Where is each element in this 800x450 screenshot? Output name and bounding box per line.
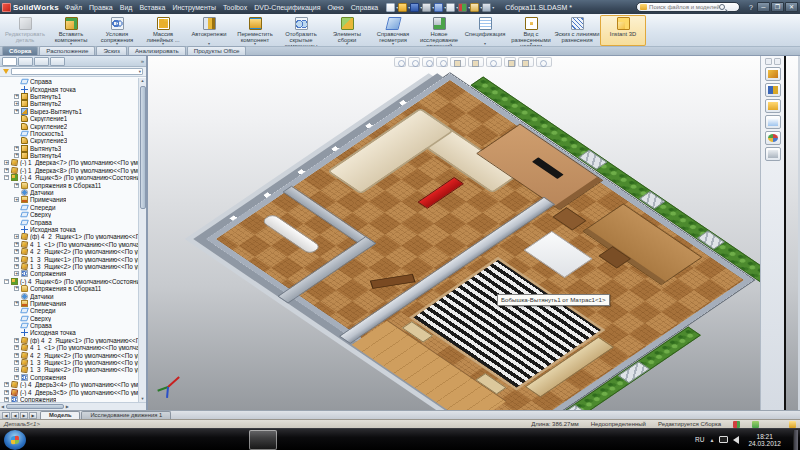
menu-item[interactable]: Файл xyxy=(65,4,82,11)
last-tab-icon[interactable]: ▶ xyxy=(29,412,37,419)
configurationmanager-tab[interactable] xyxy=(34,57,49,66)
expand-toggle-icon[interactable] xyxy=(13,300,20,307)
custom-properties-icon[interactable] xyxy=(765,147,781,161)
previous-view-icon[interactable] xyxy=(422,57,434,67)
bom-button[interactable]: Спецификация xyxy=(462,15,508,46)
expand-toggle-icon[interactable] xyxy=(13,182,20,189)
zoom-fit-icon[interactable] xyxy=(394,57,406,67)
expand-toggle-icon[interactable] xyxy=(13,285,20,292)
tree-item[interactable]: Спереди xyxy=(0,307,146,314)
panel-expand-chevron[interactable]: » xyxy=(141,58,144,64)
hide-show-items-icon[interactable] xyxy=(486,57,502,67)
tree-item[interactable]: Вырез-Вытянуть1 xyxy=(0,108,146,115)
expand-toggle-icon[interactable] xyxy=(3,167,10,174)
print-icon[interactable] xyxy=(422,3,431,12)
player-app-icon[interactable] xyxy=(63,430,91,450)
tree-item[interactable]: Справа xyxy=(0,78,146,85)
rebuild-icon[interactable] xyxy=(458,3,467,12)
tree-item[interactable]: Справа xyxy=(0,322,146,329)
tree-item[interactable]: Плоскость1 xyxy=(0,130,146,137)
tree-item[interactable]: 1_3_Ящик<2> (По умолчанию<<По умолчан xyxy=(0,366,146,373)
expand-toggle-icon[interactable] xyxy=(13,196,20,203)
new-document-icon[interactable] xyxy=(386,3,395,12)
tree-item[interactable]: Исходная точка xyxy=(0,329,146,336)
tree-item[interactable]: (ф) 4_2_Ящик<1> (По умолчанию<<По умол xyxy=(0,337,146,344)
save-icon[interactable] xyxy=(410,3,419,12)
expand-toggle-icon[interactable] xyxy=(13,152,20,159)
edit-part-button[interactable]: Редактировать деталь xyxy=(2,15,48,46)
scroll-right-icon[interactable]: ▶ xyxy=(66,404,69,409)
menu-item[interactable]: Правка xyxy=(89,4,113,11)
tab-office[interactable]: Продукты Office xyxy=(187,46,247,55)
featuremanager-tab[interactable] xyxy=(2,57,17,66)
graphics-viewport[interactable]: Бобышка-Вытянуть1 от Матрас1<1> xyxy=(148,56,760,410)
file-properties-icon[interactable] xyxy=(470,3,479,12)
search-box[interactable] xyxy=(636,2,740,12)
display-style-icon[interactable] xyxy=(468,57,484,67)
expand-toggle-icon[interactable] xyxy=(13,359,20,366)
expand-toggle-icon[interactable] xyxy=(13,233,20,240)
red-app-icon[interactable] xyxy=(94,430,122,450)
expand-toggle-icon[interactable] xyxy=(3,174,10,181)
tree-item[interactable]: Вытянуть2 xyxy=(0,100,146,107)
scroll-up-icon[interactable]: ▲ xyxy=(141,78,145,84)
select-icon[interactable] xyxy=(446,3,455,12)
edit-appearance-icon[interactable] xyxy=(504,57,516,67)
tree-item[interactable]: Сверху xyxy=(0,211,146,218)
rebuild-status-icon[interactable] xyxy=(733,421,740,428)
prev-tab-icon[interactable]: ◀ xyxy=(11,412,19,419)
tree-item[interactable]: (-) 1_Дверка<7> (По умолчанию<<По умолча… xyxy=(0,159,146,166)
dimxpertmanager-tab[interactable] xyxy=(50,57,65,66)
quick-tips-icon[interactable] xyxy=(752,421,759,428)
tree-item[interactable]: Вытянуть3 xyxy=(0,145,146,152)
pin-icon[interactable] xyxy=(765,58,772,65)
expand-toggle-icon[interactable] xyxy=(13,145,20,152)
tree-item[interactable]: Спереди xyxy=(0,204,146,211)
expand-toggle-icon[interactable] xyxy=(13,366,20,373)
expand-toggle-icon[interactable] xyxy=(13,241,20,248)
design-library-icon[interactable] xyxy=(765,83,781,97)
tree-item[interactable]: Сопряжения xyxy=(0,396,146,402)
menu-item[interactable]: Вид xyxy=(120,4,133,11)
expand-toggle-icon[interactable] xyxy=(13,256,20,263)
tree-item[interactable]: (-) 4_Ящик<6> (По умолчанию<Состояние от… xyxy=(0,278,146,285)
expand-toggle-icon[interactable] xyxy=(3,159,10,166)
expand-toggle-icon[interactable] xyxy=(13,100,20,107)
expand-toggle-icon[interactable] xyxy=(3,389,10,396)
tree-item[interactable]: (-) 1_Дверка<8> (По умолчанию<<По умолча… xyxy=(0,167,146,174)
expand-toggle-icon[interactable] xyxy=(13,108,20,115)
tree-item[interactable]: Скругление2 xyxy=(0,122,146,129)
move-component-button[interactable]: Переместить компонент xyxy=(232,15,278,46)
linear-pattern-button[interactable]: Массив линейных ... xyxy=(140,15,186,46)
expand-toggle-icon[interactable] xyxy=(3,278,10,285)
close-button[interactable]: ✕ xyxy=(785,2,798,12)
show-hidden-button[interactable]: Отобразить скрытые компоненты xyxy=(278,15,324,46)
tree-item[interactable]: Примечания xyxy=(0,300,146,307)
tree-item[interactable]: Скругление1 xyxy=(0,115,146,122)
scroll-down-icon[interactable]: ▼ xyxy=(141,396,145,402)
tab-sketch[interactable]: Эскиз xyxy=(96,46,127,55)
scroll-left-icon[interactable]: ◀ xyxy=(1,404,4,409)
tree-item[interactable]: (-) 4_Ящик<5> (По умолчанию<Состояние от… xyxy=(0,174,146,181)
exploded-view-button[interactable]: Вид с разнесенными частями xyxy=(508,15,554,46)
menu-item[interactable]: Справка xyxy=(351,4,378,11)
opera-icon[interactable] xyxy=(156,430,184,450)
tree-item[interactable]: Сопряжения в Сборка11 xyxy=(0,285,146,292)
file-explorer-icon[interactable] xyxy=(765,99,781,113)
tree-item[interactable]: Сопряжения в Сборка11 xyxy=(0,181,146,188)
menu-item[interactable]: Toolbox xyxy=(223,4,247,11)
tab-assembly[interactable]: Сборка xyxy=(2,46,38,55)
scroll-thumb[interactable] xyxy=(140,86,146,209)
search-input[interactable] xyxy=(649,4,719,10)
expand-toggle-icon[interactable] xyxy=(13,270,20,277)
menu-item[interactable]: Окно xyxy=(328,4,344,11)
tree-item[interactable]: (-) 4_Дверь3<5> (По умолчанию<<По умолча… xyxy=(0,388,146,395)
start-button[interactable] xyxy=(4,430,26,450)
tree-item[interactable]: Датчики xyxy=(0,189,146,196)
tree-item[interactable]: 1_3_Ящик<2> (По умолчанию<<По умолчан xyxy=(0,263,146,270)
expand-toggle-icon[interactable] xyxy=(13,374,20,381)
search-icon[interactable] xyxy=(719,4,725,10)
tree-item[interactable]: Датчики xyxy=(0,292,146,299)
tree-item[interactable]: Скругление3 xyxy=(0,137,146,144)
chrome-icon[interactable] xyxy=(125,430,153,450)
